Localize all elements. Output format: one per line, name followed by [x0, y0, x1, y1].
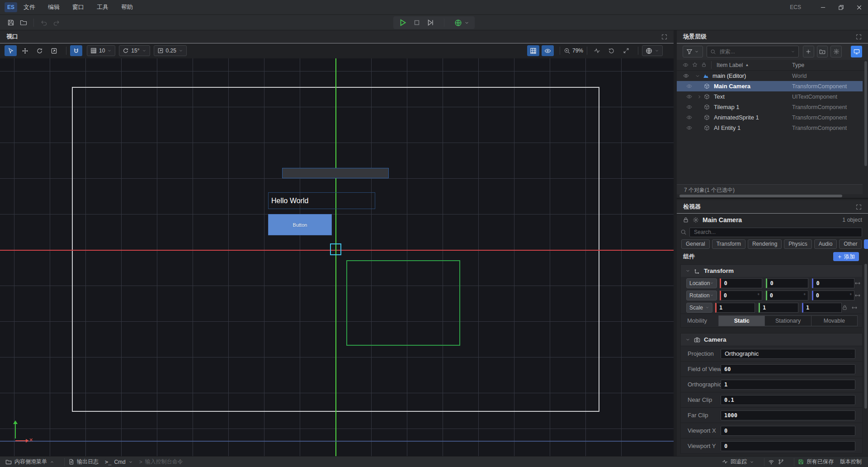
restore-button[interactable]	[832, 0, 850, 14]
orthographic-size-input[interactable]	[721, 381, 855, 388]
undo-button[interactable]	[38, 17, 50, 29]
menu-help[interactable]: 帮助	[115, 0, 139, 14]
step-button[interactable]	[427, 19, 434, 26]
select-tool-button[interactable]	[5, 45, 17, 56]
stats-button[interactable]	[591, 45, 603, 56]
location-z-input[interactable]	[813, 280, 854, 286]
scale-y-input[interactable]	[760, 305, 798, 311]
hierarchy-horizontal-scrollbar[interactable]	[679, 195, 842, 197]
scale-z-input[interactable]	[803, 305, 841, 311]
inspector-expand-button[interactable]	[856, 204, 862, 210]
add-folder-button[interactable]	[817, 46, 828, 57]
button-object[interactable]: Button	[268, 214, 332, 235]
far-clip-input[interactable]	[721, 412, 855, 419]
minimize-button[interactable]	[814, 0, 832, 14]
grid-snap-dropdown[interactable]: 10	[87, 45, 115, 56]
redo-button[interactable]	[50, 17, 63, 29]
tree-row-animatedsprite[interactable]: AnimatedSprite 1 TransformComponent	[677, 112, 868, 123]
eye-icon[interactable]	[686, 104, 692, 110]
chevron-down-icon[interactable]	[685, 337, 690, 342]
eye-icon[interactable]	[686, 114, 692, 120]
move-tool-button[interactable]	[19, 45, 31, 56]
rotation-snap-dropdown[interactable]: 15°	[119, 45, 150, 56]
rotation-y-input[interactable]	[767, 292, 804, 299]
link-axes-icon[interactable]	[854, 292, 861, 299]
menu-window[interactable]: 窗口	[66, 0, 90, 14]
hierarchy-vertical-scrollbar[interactable]	[864, 61, 867, 166]
tab-other[interactable]: Other	[839, 239, 862, 249]
mobility-stationary[interactable]: Stationary	[765, 316, 811, 326]
rotation-x-input[interactable]	[721, 292, 758, 299]
link-axes-icon[interactable]	[851, 305, 858, 311]
field-of-view-input[interactable]	[721, 366, 855, 372]
add-entity-button[interactable]	[803, 46, 814, 57]
rotation-dropdown[interactable]: Rotation	[686, 291, 717, 300]
add-component-button[interactable]: 添加	[833, 252, 859, 261]
eye-icon[interactable]	[686, 125, 692, 131]
uniform-scale-lock-icon[interactable]	[842, 305, 848, 310]
visibility-button[interactable]	[542, 45, 554, 56]
tab-transform[interactable]: Transform	[712, 239, 745, 249]
hierarchy-settings-button[interactable]	[830, 46, 842, 57]
world-dropdown[interactable]	[642, 45, 663, 56]
tab-all[interactable]: All	[864, 239, 868, 249]
location-x-input[interactable]	[721, 280, 762, 286]
hierarchy-search-input[interactable]	[719, 48, 788, 55]
filter-button[interactable]	[683, 46, 703, 57]
link-axes-icon[interactable]	[854, 280, 861, 286]
tree-row-tilemap[interactable]: Tilemap 1 TransformComponent	[677, 102, 868, 112]
scene-canvas[interactable]: Hello World Button ✕	[0, 58, 674, 456]
tree-row-ai-entity[interactable]: AI Entity 1 TransformComponent	[677, 123, 868, 133]
display-button[interactable]	[851, 46, 862, 57]
close-button[interactable]	[850, 0, 868, 14]
origin-handle[interactable]	[330, 243, 341, 255]
location-dropdown[interactable]: Location	[686, 278, 717, 288]
play-button[interactable]	[399, 19, 407, 27]
output-log-button[interactable]: 输出日志	[68, 458, 99, 466]
tree-row-world[interactable]: main (Editor) World	[677, 71, 868, 81]
sprite-bounds-rect[interactable]	[346, 260, 460, 346]
eye-icon[interactable]	[686, 83, 692, 89]
scale-x-input[interactable]	[717, 305, 755, 311]
mobility-movable[interactable]: Movable	[811, 316, 857, 326]
favorite-column-icon[interactable]	[692, 62, 698, 67]
tilemap-object[interactable]	[282, 168, 389, 178]
column-type[interactable]: Type	[792, 62, 804, 68]
lock-column-icon[interactable]	[701, 62, 707, 67]
menu-file[interactable]: 文件	[17, 0, 42, 14]
menu-tools[interactable]: 工具	[90, 0, 115, 14]
projection-select[interactable]: Orthographic	[721, 349, 855, 359]
tree-row-text[interactable]: Text UITextComponent	[677, 91, 868, 102]
app-logo[interactable]: ES	[5, 2, 17, 12]
chevron-down-icon[interactable]	[685, 268, 690, 273]
version-control-button[interactable]: 版本控制	[840, 458, 862, 466]
mobility-static[interactable]: Static	[719, 316, 765, 326]
fullscreen-button[interactable]	[620, 45, 632, 56]
scale-dropdown[interactable]: Scale	[686, 303, 712, 313]
save-status[interactable]: 所有已保存	[798, 458, 834, 466]
eye-icon[interactable]	[683, 73, 689, 79]
cmd-dropdown[interactable]: >_ Cmd	[105, 459, 133, 465]
location-y-input[interactable]	[767, 280, 808, 286]
rotation-z-input[interactable]	[813, 292, 850, 299]
hierarchy-expand-button[interactable]	[856, 34, 862, 40]
reset-view-button[interactable]	[605, 45, 618, 56]
lock-icon[interactable]	[683, 217, 689, 223]
viewport-x-input[interactable]	[721, 428, 855, 434]
save-button[interactable]	[5, 17, 17, 29]
tree-row-main-camera[interactable]: Main Camera TransformComponent	[677, 81, 863, 91]
text-object[interactable]: Hello World	[268, 192, 375, 209]
source-control-branch-button[interactable]	[778, 459, 784, 465]
transform-section-header[interactable]: Transform	[681, 265, 862, 277]
scale-snap-dropdown[interactable]: 0.25	[154, 45, 187, 56]
open-folder-button[interactable]	[17, 17, 30, 29]
column-item-label[interactable]: Item Label ▲	[717, 62, 749, 68]
eye-icon[interactable]	[686, 94, 692, 100]
content-drawer-button[interactable]: 内容侧滑菜单	[5, 458, 54, 466]
menu-edit[interactable]: 编辑	[42, 0, 66, 14]
inspector-vertical-scrollbar[interactable]	[864, 264, 867, 409]
viewport-y-input[interactable]	[721, 443, 855, 449]
traceback-dropdown[interactable]: 回追踪	[722, 458, 754, 466]
tab-general[interactable]: General	[681, 239, 710, 249]
near-clip-input[interactable]	[721, 397, 855, 403]
